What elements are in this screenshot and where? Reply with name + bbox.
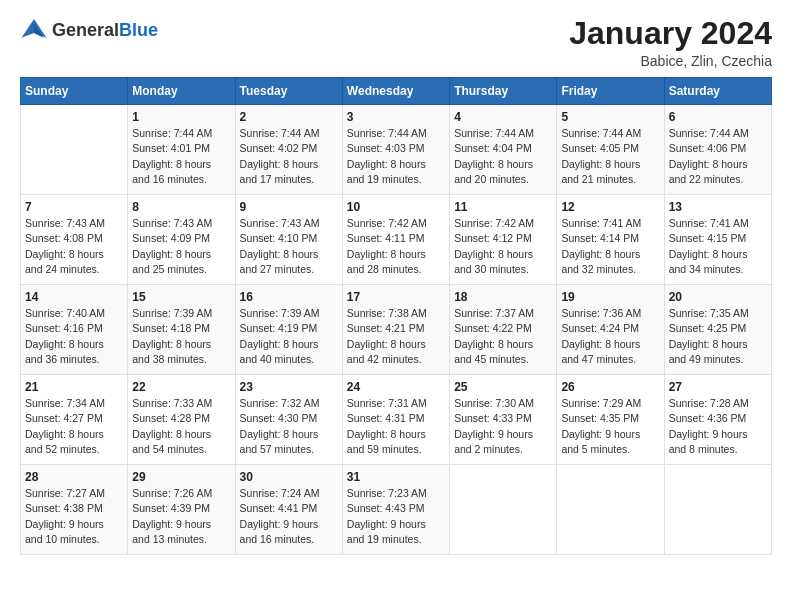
calendar-cell: 22Sunrise: 7:33 AMSunset: 4:28 PMDayligh… bbox=[128, 375, 235, 465]
calendar-cell: 18Sunrise: 7:37 AMSunset: 4:22 PMDayligh… bbox=[450, 285, 557, 375]
header: General Blue January 2024 Babice, Zlin, … bbox=[20, 16, 772, 69]
day-number: 25 bbox=[454, 380, 552, 394]
day-info: Sunrise: 7:26 AMSunset: 4:39 PMDaylight:… bbox=[132, 486, 230, 547]
logo: General Blue bbox=[20, 16, 158, 44]
day-info: Sunrise: 7:32 AMSunset: 4:30 PMDaylight:… bbox=[240, 396, 338, 457]
day-info: Sunrise: 7:43 AMSunset: 4:10 PMDaylight:… bbox=[240, 216, 338, 277]
day-number: 5 bbox=[561, 110, 659, 124]
calendar-week-row: 28Sunrise: 7:27 AMSunset: 4:38 PMDayligh… bbox=[21, 465, 772, 555]
calendar-cell: 6Sunrise: 7:44 AMSunset: 4:06 PMDaylight… bbox=[664, 105, 771, 195]
day-info: Sunrise: 7:43 AMSunset: 4:08 PMDaylight:… bbox=[25, 216, 123, 277]
day-number: 16 bbox=[240, 290, 338, 304]
day-info: Sunrise: 7:27 AMSunset: 4:38 PMDaylight:… bbox=[25, 486, 123, 547]
day-number: 22 bbox=[132, 380, 230, 394]
day-info: Sunrise: 7:24 AMSunset: 4:41 PMDaylight:… bbox=[240, 486, 338, 547]
calendar-cell: 26Sunrise: 7:29 AMSunset: 4:35 PMDayligh… bbox=[557, 375, 664, 465]
day-info: Sunrise: 7:31 AMSunset: 4:31 PMDaylight:… bbox=[347, 396, 445, 457]
day-info: Sunrise: 7:44 AMSunset: 4:05 PMDaylight:… bbox=[561, 126, 659, 187]
day-info: Sunrise: 7:40 AMSunset: 4:16 PMDaylight:… bbox=[25, 306, 123, 367]
calendar-cell: 31Sunrise: 7:23 AMSunset: 4:43 PMDayligh… bbox=[342, 465, 449, 555]
title-location: Babice, Zlin, Czechia bbox=[569, 53, 772, 69]
day-number: 24 bbox=[347, 380, 445, 394]
day-number: 8 bbox=[132, 200, 230, 214]
day-info: Sunrise: 7:43 AMSunset: 4:09 PMDaylight:… bbox=[132, 216, 230, 277]
calendar-cell bbox=[557, 465, 664, 555]
calendar-week-row: 21Sunrise: 7:34 AMSunset: 4:27 PMDayligh… bbox=[21, 375, 772, 465]
calendar-cell bbox=[450, 465, 557, 555]
day-info: Sunrise: 7:37 AMSunset: 4:22 PMDaylight:… bbox=[454, 306, 552, 367]
calendar-cell: 10Sunrise: 7:42 AMSunset: 4:11 PMDayligh… bbox=[342, 195, 449, 285]
calendar-day-header: Friday bbox=[557, 78, 664, 105]
calendar-cell: 8Sunrise: 7:43 AMSunset: 4:09 PMDaylight… bbox=[128, 195, 235, 285]
day-info: Sunrise: 7:44 AMSunset: 4:03 PMDaylight:… bbox=[347, 126, 445, 187]
calendar-cell bbox=[664, 465, 771, 555]
calendar-cell: 19Sunrise: 7:36 AMSunset: 4:24 PMDayligh… bbox=[557, 285, 664, 375]
day-number: 17 bbox=[347, 290, 445, 304]
day-number: 7 bbox=[25, 200, 123, 214]
day-number: 30 bbox=[240, 470, 338, 484]
calendar-table: SundayMondayTuesdayWednesdayThursdayFrid… bbox=[20, 77, 772, 555]
calendar-header-row: SundayMondayTuesdayWednesdayThursdayFrid… bbox=[21, 78, 772, 105]
calendar-cell: 29Sunrise: 7:26 AMSunset: 4:39 PMDayligh… bbox=[128, 465, 235, 555]
calendar-day-header: Tuesday bbox=[235, 78, 342, 105]
day-info: Sunrise: 7:44 AMSunset: 4:06 PMDaylight:… bbox=[669, 126, 767, 187]
calendar-cell: 23Sunrise: 7:32 AMSunset: 4:30 PMDayligh… bbox=[235, 375, 342, 465]
calendar-week-row: 7Sunrise: 7:43 AMSunset: 4:08 PMDaylight… bbox=[21, 195, 772, 285]
calendar-cell: 17Sunrise: 7:38 AMSunset: 4:21 PMDayligh… bbox=[342, 285, 449, 375]
day-number: 26 bbox=[561, 380, 659, 394]
logo-icon bbox=[20, 16, 48, 44]
day-info: Sunrise: 7:29 AMSunset: 4:35 PMDaylight:… bbox=[561, 396, 659, 457]
day-number: 4 bbox=[454, 110, 552, 124]
day-info: Sunrise: 7:23 AMSunset: 4:43 PMDaylight:… bbox=[347, 486, 445, 547]
calendar-cell: 21Sunrise: 7:34 AMSunset: 4:27 PMDayligh… bbox=[21, 375, 128, 465]
day-info: Sunrise: 7:42 AMSunset: 4:12 PMDaylight:… bbox=[454, 216, 552, 277]
day-number: 20 bbox=[669, 290, 767, 304]
calendar-day-header: Wednesday bbox=[342, 78, 449, 105]
day-number: 9 bbox=[240, 200, 338, 214]
calendar-cell: 16Sunrise: 7:39 AMSunset: 4:19 PMDayligh… bbox=[235, 285, 342, 375]
day-number: 13 bbox=[669, 200, 767, 214]
day-number: 29 bbox=[132, 470, 230, 484]
calendar-cell: 2Sunrise: 7:44 AMSunset: 4:02 PMDaylight… bbox=[235, 105, 342, 195]
page: General Blue January 2024 Babice, Zlin, … bbox=[0, 0, 792, 612]
calendar-cell: 5Sunrise: 7:44 AMSunset: 4:05 PMDaylight… bbox=[557, 105, 664, 195]
day-number: 3 bbox=[347, 110, 445, 124]
calendar-cell: 1Sunrise: 7:44 AMSunset: 4:01 PMDaylight… bbox=[128, 105, 235, 195]
day-number: 12 bbox=[561, 200, 659, 214]
calendar-cell: 14Sunrise: 7:40 AMSunset: 4:16 PMDayligh… bbox=[21, 285, 128, 375]
day-number: 19 bbox=[561, 290, 659, 304]
calendar-cell: 4Sunrise: 7:44 AMSunset: 4:04 PMDaylight… bbox=[450, 105, 557, 195]
day-number: 2 bbox=[240, 110, 338, 124]
logo-text-blue: Blue bbox=[119, 21, 158, 39]
day-info: Sunrise: 7:38 AMSunset: 4:21 PMDaylight:… bbox=[347, 306, 445, 367]
calendar-cell: 20Sunrise: 7:35 AMSunset: 4:25 PMDayligh… bbox=[664, 285, 771, 375]
calendar-cell: 13Sunrise: 7:41 AMSunset: 4:15 PMDayligh… bbox=[664, 195, 771, 285]
calendar-cell bbox=[21, 105, 128, 195]
calendar-cell: 28Sunrise: 7:27 AMSunset: 4:38 PMDayligh… bbox=[21, 465, 128, 555]
calendar-cell: 3Sunrise: 7:44 AMSunset: 4:03 PMDaylight… bbox=[342, 105, 449, 195]
day-number: 6 bbox=[669, 110, 767, 124]
day-number: 11 bbox=[454, 200, 552, 214]
title-month: January 2024 bbox=[569, 16, 772, 51]
title-block: January 2024 Babice, Zlin, Czechia bbox=[569, 16, 772, 69]
calendar-cell: 27Sunrise: 7:28 AMSunset: 4:36 PMDayligh… bbox=[664, 375, 771, 465]
calendar-week-row: 1Sunrise: 7:44 AMSunset: 4:01 PMDaylight… bbox=[21, 105, 772, 195]
day-info: Sunrise: 7:39 AMSunset: 4:19 PMDaylight:… bbox=[240, 306, 338, 367]
day-number: 1 bbox=[132, 110, 230, 124]
calendar-cell: 12Sunrise: 7:41 AMSunset: 4:14 PMDayligh… bbox=[557, 195, 664, 285]
day-info: Sunrise: 7:30 AMSunset: 4:33 PMDaylight:… bbox=[454, 396, 552, 457]
day-number: 27 bbox=[669, 380, 767, 394]
calendar-cell: 24Sunrise: 7:31 AMSunset: 4:31 PMDayligh… bbox=[342, 375, 449, 465]
day-number: 21 bbox=[25, 380, 123, 394]
day-info: Sunrise: 7:41 AMSunset: 4:14 PMDaylight:… bbox=[561, 216, 659, 277]
logo-text-general: General bbox=[52, 21, 119, 39]
calendar-day-header: Saturday bbox=[664, 78, 771, 105]
day-info: Sunrise: 7:42 AMSunset: 4:11 PMDaylight:… bbox=[347, 216, 445, 277]
day-info: Sunrise: 7:33 AMSunset: 4:28 PMDaylight:… bbox=[132, 396, 230, 457]
day-info: Sunrise: 7:44 AMSunset: 4:01 PMDaylight:… bbox=[132, 126, 230, 187]
day-info: Sunrise: 7:35 AMSunset: 4:25 PMDaylight:… bbox=[669, 306, 767, 367]
day-info: Sunrise: 7:34 AMSunset: 4:27 PMDaylight:… bbox=[25, 396, 123, 457]
calendar-cell: 30Sunrise: 7:24 AMSunset: 4:41 PMDayligh… bbox=[235, 465, 342, 555]
day-number: 31 bbox=[347, 470, 445, 484]
calendar-cell: 15Sunrise: 7:39 AMSunset: 4:18 PMDayligh… bbox=[128, 285, 235, 375]
